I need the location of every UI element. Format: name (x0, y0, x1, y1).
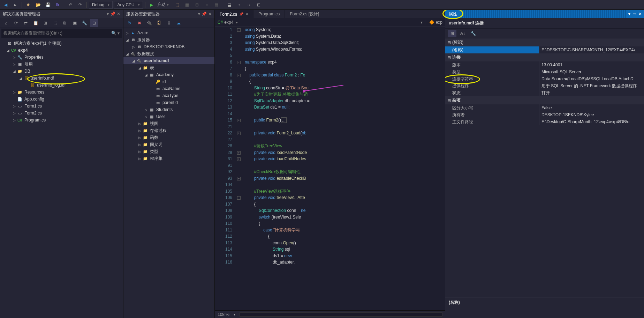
references-node[interactable]: ▷▦引用 (0, 61, 123, 68)
pin-icon[interactable]: 📌 (239, 12, 243, 16)
resources-folder[interactable]: ▷📁Resources (0, 89, 123, 96)
tab-form2-design[interactable]: Form2.cs [设计] (285, 10, 324, 18)
search-icon[interactable]: 🔍 ▾ (111, 31, 120, 36)
assemblies-node[interactable]: ▷📁程序集 (123, 155, 214, 162)
server-icon[interactable]: 🖥 (165, 19, 173, 27)
tb-icon-5[interactable]: ▤ (212, 1, 221, 9)
close-icon[interactable]: ✕ (208, 12, 212, 16)
refresh-icon[interactable]: ⟳ (12, 19, 20, 27)
dropdown-icon[interactable]: ▾ (107, 12, 109, 16)
h-scroll[interactable] (240, 312, 442, 317)
tb-icon-1[interactable]: ⬚ (173, 1, 182, 9)
tb-icon-9[interactable]: ⊡ (255, 1, 263, 9)
cat-misc[interactable]: ⊟杂项 (445, 96, 644, 104)
types-node[interactable]: ▷📁类型 (123, 148, 214, 155)
connect-icon[interactable]: 🔌 (145, 19, 153, 27)
platform-combo[interactable]: Any CPU (114, 1, 143, 9)
desktop-node[interactable]: ▷🖥DESKTOP-1SEKNDB (123, 43, 214, 50)
db-folder[interactable]: ◢📁DB (0, 68, 123, 75)
config-combo[interactable]: Debug (89, 1, 113, 9)
code-editor[interactable]: using System;using System.Data;using Sys… (242, 27, 445, 310)
home-icon[interactable]: ⌂ (2, 19, 10, 27)
search-placeholder[interactable]: 搜索解决方案资源管理器(Ctrl+;) (3, 30, 62, 36)
tb-se-6[interactable]: ⬚ (51, 19, 59, 27)
tab-form2[interactable]: Form2.cs📌✕ (215, 10, 253, 18)
servers-node[interactable]: ◢🖥服务器 (123, 36, 214, 43)
parentid-col[interactable]: ▭parentId (123, 99, 214, 106)
form2-file[interactable]: ▷▭Form2.cs (0, 110, 123, 117)
properties-tab[interactable]: 属性 (445, 10, 461, 18)
views-node[interactable]: ▷📁视图 (123, 120, 214, 127)
pin-icon[interactable]: ▭ (632, 12, 636, 16)
close-icon[interactable]: ✕ (117, 12, 120, 16)
acatype-col[interactable]: ▭acaType (123, 92, 214, 99)
prop-mainpath[interactable]: 主文件路径E:\Desktop\C-Sharp\Month_12\exp4\ex… (445, 118, 644, 125)
zoom-level[interactable]: 108 % (218, 312, 229, 317)
showall-icon[interactable]: ▣ (70, 19, 79, 27)
funcs-node[interactable]: ▷📁函数 (123, 134, 214, 141)
properties-node[interactable]: ▷🔧Properties (0, 54, 123, 61)
start-play-icon[interactable]: ▶ (147, 1, 156, 9)
tab-program[interactable]: Program.cs (253, 10, 285, 18)
tb-se-7[interactable]: 🗎 (61, 19, 69, 27)
tb-icon-6[interactable]: ⬓ (225, 1, 234, 9)
solution-root[interactable]: ⊡解决方案"exp4"(1 个项目) (0, 40, 123, 47)
stop-icon[interactable]: ✖ (135, 19, 144, 27)
students-table[interactable]: ▷▦Students (123, 106, 214, 113)
synonyms-node[interactable]: ▷📁同义词 (123, 141, 214, 148)
program-file[interactable]: ▷C#Program.cs (0, 117, 123, 124)
academy-table[interactable]: ◢▦Academy (123, 71, 214, 78)
save-icon[interactable]: 💾 (44, 1, 52, 9)
prop-icon[interactable]: 🔧 (469, 30, 477, 37)
dropdown-icon[interactable]: ▾ (198, 12, 200, 16)
refresh-icon[interactable]: ↻ (126, 19, 134, 27)
saveall-icon[interactable]: 🗎 (53, 1, 62, 9)
az-icon[interactable]: A↓ (459, 30, 467, 37)
tb-se-5[interactable]: ⊞ (41, 19, 50, 27)
prop-type[interactable]: 类型Microsoft SQL Server (445, 68, 644, 75)
azure-node[interactable]: ▷▲Azure (123, 29, 214, 36)
tb-icon-2[interactable]: ▦ (183, 1, 191, 9)
prop-name[interactable]: (名称)E:\DESKTOP\C-SHARP\MONTH_12\EXP4\EXP… (445, 46, 644, 53)
tb-icon-8[interactable]: ↔ (245, 1, 253, 9)
db-icon[interactable]: 🗄 (155, 19, 163, 27)
acaname-col[interactable]: ▭acaName (123, 85, 214, 92)
pin-icon[interactable]: 📌 (202, 12, 207, 16)
nav-fwd-icon[interactable]: ▸ (11, 1, 20, 9)
close-icon[interactable]: ✕ (245, 12, 248, 16)
cat-icon[interactable]: ⊞ (448, 30, 456, 37)
tb-icon-3[interactable]: ⊞ (193, 1, 201, 9)
tb-icon-7[interactable]: ↕ (235, 1, 243, 9)
appconfig-file[interactable]: 📄App.config (0, 96, 123, 103)
nav-back-icon[interactable]: ◀ (1, 1, 10, 9)
form1-file[interactable]: ▷▭Form1.cs (0, 103, 123, 110)
sync-icon[interactable]: ⇄ (22, 19, 30, 27)
wrench-icon[interactable]: 🔧 (80, 19, 89, 27)
user-table[interactable]: ▷▦User (123, 113, 214, 120)
procs-node[interactable]: ▷📁存储过程 (123, 127, 214, 134)
fold-gutter[interactable]: - - - + + ++ + - (236, 27, 242, 310)
cat-connection[interactable]: ⊟连接 (445, 53, 644, 61)
pin-icon[interactable]: 📌 (110, 12, 115, 16)
close-icon[interactable]: ✕ (638, 12, 642, 16)
prop-owner[interactable]: 所有者DESKTOP-1SEKNDB\Kylee (445, 111, 644, 118)
userinfo-log[interactable]: 🗄userInfo_log.ldf (0, 82, 123, 89)
cat-identity[interactable]: ⊟(标识) (445, 38, 644, 46)
dropdown-icon[interactable]: ▾ (628, 12, 630, 16)
zoom-dropdown-icon[interactable]: ▾ (234, 313, 235, 316)
prop-casesens[interactable]: 区分大小写False (445, 104, 644, 111)
redo-icon[interactable]: ↷ (76, 1, 84, 9)
tb-se-10[interactable]: ⊡ (90, 19, 98, 27)
id-col[interactable]: 🔑id (123, 78, 214, 85)
project-node[interactable]: ◢C#exp4 (0, 47, 123, 54)
dataconn-node[interactable]: ◢🔌数据连接 (123, 50, 214, 57)
userinfo-conn[interactable]: ◢🔌userInfo.mdf (123, 57, 214, 64)
open-icon[interactable]: 📂 (34, 1, 42, 9)
prop-provider[interactable]: 提供程序用于 SQL Server 的 .NET Framework 数据提供程… (445, 82, 644, 89)
undo-icon[interactable]: ↶ (66, 1, 75, 9)
breadcrumb-ns[interactable]: 🔶 exp (429, 20, 442, 25)
new-icon[interactable]: ✸ (24, 1, 32, 9)
prop-version[interactable]: 版本13.00.4001 (445, 61, 644, 68)
userinfo-mdf[interactable]: ◢🗄userInfo.mdf (0, 75, 123, 82)
breadcrumb-project[interactable]: C# exp4 (218, 20, 238, 25)
